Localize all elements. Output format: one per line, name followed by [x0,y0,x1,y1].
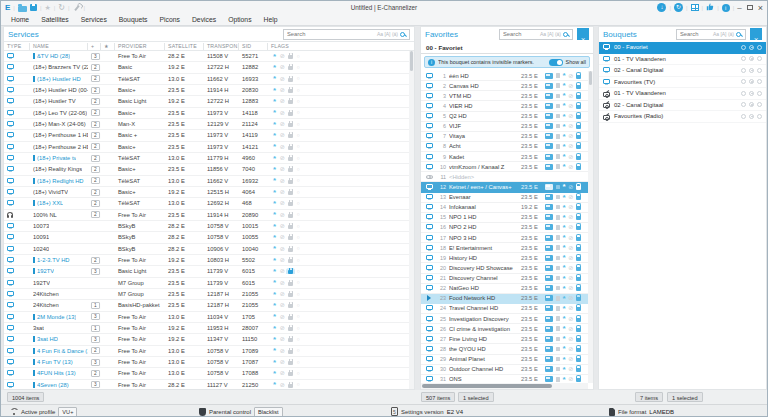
services-column-5[interactable]: SATELLITE [165,43,204,50]
bouquet-item[interactable]: 02 - Canal Digitaal [599,65,766,77]
favorite-row[interactable]: 14Infokanaal19.2 E*⊘ [421,203,588,213]
favorites-vertical-scrollbar[interactable] [588,71,593,383]
favorites-close-button[interactable] [577,28,589,40]
service-row[interactable]: &TV HD (28)3Free To Air28.2 E11508 V5527… [4,51,409,62]
favorites-horizontal-scrollbar[interactable] [421,383,588,389]
service-row[interactable]: 192TVM7 Group23.5 E11739 V6015*⊘○ [4,278,409,289]
service-row[interactable]: (18+) Man-X (24-06)2Man-X23.5 E12129 V21… [4,119,409,130]
service-row[interactable]: 3sat1Free To Air19.2 E11953 H28007*⊘○ [4,323,409,334]
service-row[interactable]: (18+) Redlight HD2TéléSAT13.0 E11662 V16… [4,176,409,187]
open-file-icon[interactable] [18,6,27,12]
service-row[interactable]: 100% NL2Free To Air23.5 E11914 H20890*⊘○ [4,210,409,221]
service-row[interactable]: 192TV3Basic Light23.5 E11739 V6015*⊘○ [4,266,409,277]
bouquet-item[interactable]: 01 - TV Vlaanderen [599,54,766,66]
favorite-row[interactable]: 12Ketnet / een+ / Canvas+23.5 E*⊘ [421,182,588,192]
favorite-row[interactable]: 13Evenaar23.5 E*⊘ [421,193,588,203]
favorite-row[interactable]: 30Outdoor Channel HD23.5 E*⊘ [421,365,588,375]
sync-icon[interactable]: ↻ [58,4,65,12]
favorite-row[interactable]: 31ONS23.5 E*⊘ [421,375,588,383]
service-row[interactable]: (18+) XXL2TéléSAT13.0 E12692 H468*⊘○ [4,198,409,209]
download-from-receiver-icon[interactable] [657,3,666,12]
scrollbar-thumb[interactable] [410,51,413,71]
services-search-input[interactable] [287,31,375,37]
favorite-row[interactable]: 5Q2 HD23.5 E*⊘ [421,112,588,122]
favorite-row[interactable]: 29Animal Planet23.5 E*⊘ [421,355,588,365]
service-row[interactable]: 3sat HD3Free To Air19.2 E11347 V11150*⊘○ [4,334,409,345]
search-modifiers[interactable]: Aa [A] (á) [713,31,734,37]
favorite-row[interactable]: 19History HD23.5 E*⊘ [421,253,588,263]
service-row[interactable]: (18+) Brazzers TV (22-05)2Basic19.2 E127… [4,62,409,73]
service-row[interactable]: (18+) Hustler HD (00-06)2Basic+23.5 E119… [4,85,409,96]
favorite-row[interactable]: 26CI crime & investigation23.5 E*⊘ [421,324,588,334]
menu-item-help[interactable]: Help [258,16,284,23]
favorite-star-icon[interactable]: ★ [44,4,50,11]
bouquet-item[interactable]: 00 - Favoriet [599,42,766,54]
favorite-row[interactable]: 27Fine Living HD23.5 E*⊘ [421,334,588,344]
favorite-row[interactable]: 18E! Entertainment23.5 E*⊘ [421,243,588,253]
favorite-row[interactable]: 3VTM HD23.5 E*⊘ [421,91,588,101]
services-column-2[interactable]: + [88,43,101,50]
blacklist-button[interactable]: Blacklist [254,407,283,417]
service-row[interactable]: (18+) VividTV2Basic+19.2 E12515 H4064*⊘○ [4,187,409,198]
favorite-row[interactable]: 17NPO 3 HD23.5 E*⊘ [421,233,588,243]
menu-item-home[interactable]: Home [5,16,35,23]
favorite-row[interactable]: 15NPO 1 HD23.5 E*⊘ [421,213,588,223]
services-column-4[interactable]: PROVIDER [115,43,165,50]
scrollbar-thumb[interactable] [422,384,552,388]
close-button[interactable] [758,4,763,12]
services-column-1[interactable]: NAME [30,43,88,50]
service-row[interactable]: (18+) Leo TV (22-06)2Basic+23.5 E11973 V… [4,108,409,119]
search-icon[interactable] [400,32,405,37]
services-column-7[interactable]: SID [239,43,268,50]
menu-item-bouquets[interactable]: Bouquets [113,16,154,23]
favorite-row[interactable]: 2Canvas HD23.5 E*⊘ [421,81,588,91]
favorite-row[interactable]: 28the QYOU HD23.5 E*⊘ [421,344,588,354]
favorite-row[interactable]: 24Travel Channel HD23.5 E*⊘ [421,304,588,314]
bouquets-close-button[interactable] [750,28,762,40]
favorite-row[interactable]: 8Acht23.5 E*⊘ [421,142,588,152]
favorite-row[interactable]: 22NatGeo HD23.5 E*⊘ [421,284,588,294]
like-icon[interactable] [706,3,714,12]
service-row[interactable]: (18+) Private tv2TéléSAT13.0 E11779 H496… [4,153,409,164]
upload-to-receiver-icon[interactable] [674,3,683,12]
service-row[interactable]: 24Kitchen1BasisHD-pakket23.5 E12187 H210… [4,300,409,311]
menu-item-satellites[interactable]: Satellites [35,16,75,23]
favorite-row[interactable]: 16NPO 2 HD23.5 E*⊘ [421,223,588,233]
bouquet-item[interactable]: Favourites (Radio) [599,111,766,123]
bouquet-item[interactable]: 01 - TV Vlaanderen [599,88,766,100]
favorite-row[interactable]: 23Food Network HD23.5 E*⊘ [421,294,588,304]
service-row[interactable]: (18+) Reality Kings2Basic+23.5 E11856 V7… [4,164,409,175]
scrollbar-thumb[interactable] [589,71,592,85]
favorite-row[interactable]: 7Vitaya23.5 E*⊘ [421,132,588,142]
favorite-row[interactable]: 6VIJF23.5 E*⊘ [421,122,588,132]
save-icon[interactable] [30,4,37,11]
search-icon[interactable] [736,32,741,37]
search-modifiers[interactable]: Aa [A] (á) [377,31,398,37]
favorite-row[interactable]: 20Discovery HD Showcase23.5 E*⊘ [421,263,588,273]
service-row[interactable]: (18+) Hustler TV2Basic Light19.2 E12722 … [4,96,409,107]
services-column-6[interactable]: TRANSPON... [204,43,239,50]
favorite-row[interactable]: 11<Hidden> [421,172,588,182]
services-vertical-scrollbar[interactable] [409,51,414,389]
bouquets-search-input[interactable] [680,31,711,37]
search-modifiers[interactable]: Aa [A] (á) [540,31,561,37]
service-row[interactable]: 2M Monde (13)3Free To Air13.0 E11034 V17… [4,312,409,323]
service-row[interactable]: 4FUN Hits (13)2Free To Air13.0 E10758 V1… [4,368,409,379]
show-all-toggle[interactable] [549,59,563,66]
info-icon[interactable] [722,4,730,12]
service-row[interactable]: (18+) Penthouse 2 HD2Basic+23.5 E11973 V… [4,142,409,153]
restore-button[interactable] [747,5,753,10]
favorite-row[interactable]: 10vtmKzoom / Kanaal Z23.5 E*⊘ [421,162,588,172]
favorite-row[interactable]: 9Kadet23.5 E*⊘ [421,152,588,162]
service-row[interactable]: 10240BSkyB28.2 E10906 V10040*⊘○ [4,244,409,255]
service-row[interactable]: 10091BSkyB28.2 E10758 V10055*⊘○ [4,232,409,243]
bouquet-item[interactable]: Favourites (TV) [599,77,766,89]
profile-select-button[interactable]: VU+ [58,407,77,417]
menu-item-options[interactable]: Options [222,16,257,23]
favorite-row[interactable]: 1één HD23.5 E*⊘ [421,71,588,81]
service-row[interactable]: (18+) Hustler HD2TéléSAT13.0 E11662 V169… [4,74,409,85]
service-row[interactable]: 4 Fun Fit & Dance (13)2Free To Air13.0 E… [4,346,409,357]
menu-item-services[interactable]: Services [75,16,113,23]
service-row[interactable]: 4Seven (28)3Free To Air28.2 E11127 V2125… [4,380,409,389]
favorite-row[interactable]: 4VIER HD23.5 E*⊘ [421,101,588,111]
